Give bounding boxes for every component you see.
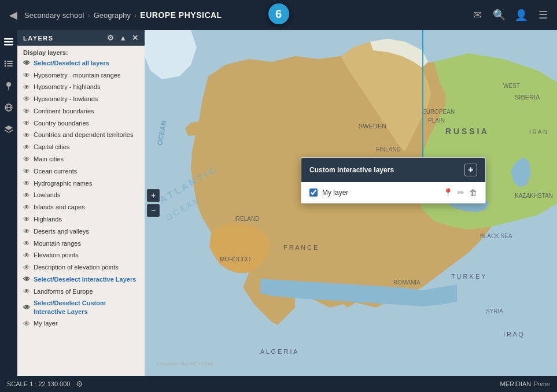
- svg-text:F R A N C E: F R A N C E: [283, 244, 318, 251]
- email-icon[interactable]: ✉: [470, 8, 484, 22]
- layer-eye-icon[interactable]: 👁: [23, 287, 30, 297]
- bottom-bar: SCALE 1 : 22 130 000 ⚙ MERIDIAN Prime: [0, 376, 557, 392]
- svg-rect-8: [7, 65, 13, 66]
- menu-icon[interactable]: ☰: [536, 8, 550, 22]
- sidebar-icons: [0, 30, 17, 376]
- layer-item[interactable]: 👁Landforms of Europe: [17, 286, 145, 298]
- popup-layer-edit-icon[interactable]: ✏: [458, 188, 464, 197]
- svg-text:PLAIN: PLAIN: [428, 117, 445, 124]
- layer-eye-icon[interactable]: 👁: [23, 58, 30, 68]
- svg-rect-2: [4, 44, 13, 46]
- popup-layer-pin-icon[interactable]: 📍: [443, 188, 453, 197]
- layer-item[interactable]: 👁Elevation points: [17, 250, 145, 262]
- svg-point-7: [5, 65, 6, 67]
- search-icon[interactable]: 🔍: [492, 8, 506, 22]
- sidebar-icon-stack[interactable]: [2, 123, 16, 136]
- scale-gear-icon[interactable]: ⚙: [76, 379, 83, 389]
- user-icon[interactable]: 👤: [514, 8, 528, 22]
- popup-title: Custom interactive layers: [309, 166, 394, 174]
- layer-item[interactable]: 👁Select/Deselect all layers: [17, 57, 145, 69]
- layer-item[interactable]: 👁Islands and capes: [17, 202, 145, 214]
- display-layers-label: Display layers:: [17, 46, 145, 57]
- layer-eye-icon[interactable]: 👁: [23, 71, 30, 80]
- layer-eye-icon[interactable]: 👁: [23, 143, 30, 153]
- breadcrumb-secondary[interactable]: Secondary school: [24, 11, 84, 20]
- layer-text: Country boundaries: [34, 119, 139, 128]
- svg-point-9: [6, 82, 11, 87]
- breadcrumb-geography[interactable]: Geography: [94, 11, 131, 20]
- layer-text: My layer: [34, 319, 139, 328]
- layer-eye-icon[interactable]: 👁: [23, 131, 30, 140]
- layer-eye-icon[interactable]: 👁: [23, 251, 30, 261]
- popup-layer-delete-icon[interactable]: 🗑: [469, 188, 477, 197]
- layers-up-icon[interactable]: ▲: [119, 34, 127, 42]
- layer-text: Hypsometry - lowlands: [34, 95, 139, 103]
- svg-point-5: [5, 63, 6, 65]
- svg-text:MOROCCO: MOROCCO: [220, 256, 251, 262]
- map-controls: + −: [147, 189, 160, 217]
- layer-item[interactable]: 👁Ocean currents: [17, 165, 145, 177]
- layer-item[interactable]: 👁Hypsometry - lowlands: [17, 93, 145, 105]
- popup-header: Custom interactive layers +: [301, 158, 485, 182]
- layer-eye-icon[interactable]: 👁: [23, 203, 30, 213]
- svg-text:ROMANIA: ROMANIA: [393, 279, 420, 286]
- layer-item[interactable]: 👁Lowlands: [17, 190, 145, 202]
- layers-header-icons: ⚙ ▲ ✕: [107, 34, 139, 42]
- layer-item[interactable]: 👁Country boundaries: [17, 117, 145, 130]
- popup-add-button[interactable]: +: [464, 164, 477, 176]
- layer-item[interactable]: 👁Deserts and valleys: [17, 225, 145, 238]
- sidebar-icon-list[interactable]: [2, 57, 16, 71]
- layer-text: Main cities: [34, 155, 139, 164]
- svg-text:SIBERIA: SIBERIA: [515, 94, 540, 101]
- layer-item[interactable]: 👁Main cities: [17, 153, 145, 165]
- layer-item[interactable]: 👁Select/Deselect Custom Interactive Laye…: [17, 298, 145, 318]
- back-button[interactable]: ◀: [7, 6, 20, 24]
- layer-item[interactable]: 👁Countries and dependent territories: [17, 130, 145, 142]
- zoom-in-button[interactable]: +: [147, 189, 160, 202]
- layer-eye-icon[interactable]: 👁: [23, 275, 30, 284]
- layer-item[interactable]: 👁My layer: [17, 318, 145, 330]
- svg-text:A L G E R I A: A L G E R I A: [260, 348, 298, 355]
- svg-text:I R A Q: I R A Q: [503, 331, 523, 338]
- breadcrumb-current: EUROPE PHYSICAL: [140, 10, 222, 20]
- layer-item[interactable]: 👁Mountain ranges: [17, 238, 145, 250]
- svg-text:T U R K E Y: T U R K E Y: [451, 273, 486, 280]
- layer-eye-icon[interactable]: 👁: [23, 239, 30, 249]
- layer-text: Lowlands: [34, 191, 139, 199]
- layer-eye-icon[interactable]: 👁: [23, 154, 30, 164]
- layer-eye-icon[interactable]: 👁: [23, 263, 30, 273]
- layer-item[interactable]: 👁Select/Deselect Interactive Layers: [17, 273, 145, 286]
- layers-gear-icon[interactable]: ⚙: [107, 34, 115, 42]
- layer-item[interactable]: 👁Hypsometry - mountain ranges: [17, 69, 145, 82]
- layer-eye-icon[interactable]: 👁: [23, 106, 30, 116]
- svg-text:FINLAND: FINLAND: [376, 146, 401, 153]
- layer-item[interactable]: 👁Hydrographic names: [17, 177, 145, 190]
- layer-item[interactable]: 👁Highlands: [17, 213, 145, 225]
- map-area[interactable]: A T L A N T I C O C E A N R U S S I A EU…: [145, 30, 557, 376]
- sidebar-icon-pin[interactable]: [2, 79, 16, 93]
- layers-close-icon[interactable]: ✕: [132, 34, 139, 42]
- layer-eye-icon[interactable]: 👁: [23, 319, 30, 329]
- sidebar-icon-globe[interactable]: [2, 101, 16, 114]
- layer-eye-icon[interactable]: 👁: [23, 191, 30, 201]
- layer-eye-icon[interactable]: 👁: [23, 83, 30, 93]
- svg-text:I R A N: I R A N: [529, 129, 547, 135]
- sidebar-icon-layers[interactable]: [2, 35, 16, 49]
- layer-item[interactable]: 👁Description of elevation points: [17, 262, 145, 274]
- layers-title: LAYERS: [23, 35, 54, 42]
- layer-item[interactable]: 👁Hypsometry - highlands: [17, 82, 145, 94]
- layer-eye-icon[interactable]: 👁: [23, 167, 30, 176]
- scale-text: SCALE 1 : 22 130 000: [7, 380, 70, 387]
- layer-item[interactable]: 👁Continent boundaries: [17, 105, 145, 117]
- breadcrumb-sep2: ›: [134, 11, 137, 20]
- layer-eye-icon[interactable]: 👁: [23, 303, 30, 313]
- popup-layer-checkbox[interactable]: [309, 188, 318, 197]
- layer-eye-icon[interactable]: 👁: [23, 119, 30, 128]
- layer-item[interactable]: 👁Capital cities: [17, 142, 145, 154]
- layer-eye-icon[interactable]: 👁: [23, 94, 30, 104]
- layer-eye-icon[interactable]: 👁: [23, 179, 30, 188]
- zoom-out-button[interactable]: −: [147, 204, 160, 217]
- layer-eye-icon[interactable]: 👁: [23, 227, 30, 236]
- layer-eye-icon[interactable]: 👁: [23, 215, 30, 224]
- breadcrumb-sep1: ›: [87, 11, 90, 20]
